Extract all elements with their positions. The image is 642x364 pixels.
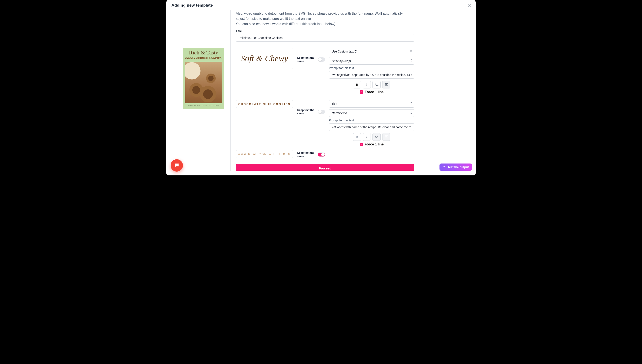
source-select-1[interactable]	[329, 100, 414, 108]
bold-button[interactable]: B	[353, 133, 361, 141]
intro-paragraph-1: Also, we're unable to detect font from t…	[236, 11, 410, 21]
source-select-0[interactable]	[329, 48, 414, 55]
align-button[interactable]	[382, 81, 390, 88]
close-icon	[468, 4, 471, 7]
keep-text-label: Keep text the same	[297, 151, 316, 158]
proceed-button[interactable]: Proceed	[236, 164, 414, 171]
font-select-1[interactable]	[329, 109, 414, 117]
case-button[interactable]: Aa	[372, 133, 381, 141]
chevron-updown-icon	[410, 102, 412, 106]
keep-text-toggle-1[interactable]	[318, 110, 325, 114]
modal-title: Adding new template	[172, 3, 470, 8]
force-line-label: Force 1 line	[365, 142, 384, 146]
case-button[interactable]: Aa	[372, 81, 381, 88]
template-preview: Rich & Tasty COCOA CRUNCH COOKIES WWW.RE…	[183, 48, 224, 109]
force-line-label: Force 1 line	[365, 90, 384, 94]
format-toolbar-1: B I Aa	[329, 133, 414, 141]
sample-preview-2: WWW.REALLYGREATSITE.COM	[236, 150, 293, 158]
modal-window: Adding new template Rich & Tasty COCOA C…	[166, 0, 476, 176]
keep-text-label: Keep text the same	[297, 108, 316, 115]
bold-button[interactable]: B	[353, 81, 361, 88]
format-toolbar-0: B I Aa	[329, 81, 414, 88]
prompt-label-0: Prompt for this text	[329, 66, 414, 70]
font-select-0[interactable]	[329, 57, 414, 65]
controls-1: Prompt for this text B I Aa ✓ F	[329, 100, 414, 146]
modal-header: Adding new template	[166, 0, 476, 10]
text-block-1: CHOCOLATE CHIP COOKIES Keep text the sam…	[236, 100, 414, 146]
preview-url: WWW.REALLYGREATSITE.COM	[183, 103, 224, 107]
italic-button[interactable]: I	[363, 81, 371, 88]
force-line-checkbox-1[interactable]: ✓	[360, 143, 363, 146]
italic-button[interactable]: I	[363, 133, 371, 141]
force-line-checkbox-0[interactable]: ✓	[360, 90, 363, 94]
keep-text-label: Keep text the same	[297, 56, 316, 63]
title-label: Title	[236, 29, 414, 33]
force-line-row-1: ✓ Force 1 line	[329, 142, 414, 146]
test-output-label: Test the output	[448, 166, 469, 169]
keep-text-group-2: Keep text the same	[297, 151, 325, 158]
sample-preview-0: Soft & Chewy	[236, 48, 293, 69]
chat-fab[interactable]	[171, 159, 183, 172]
keep-text-group-1: Keep text the same	[297, 108, 325, 115]
text-block-2: WWW.REALLYGREATSITE.COM Keep text the sa…	[236, 150, 414, 158]
preview-subtitle: COCOA CRUNCH COOKIES	[183, 57, 224, 60]
sparkle-icon	[442, 166, 446, 169]
align-center-icon	[385, 83, 388, 86]
text-block-0: Soft & Chewy Keep text the same	[236, 48, 414, 94]
intro-paragraph-2: You can also test how it works with diff…	[236, 22, 414, 26]
force-line-row-0: ✓ Force 1 line	[329, 90, 414, 94]
controls-0: Prompt for this text B I Aa ✓ F	[329, 48, 414, 94]
align-center-icon	[385, 136, 388, 138]
keep-text-group-0: Keep text the same	[297, 56, 325, 63]
keep-text-toggle-0[interactable]	[318, 58, 325, 62]
prompt-input-1[interactable]	[329, 123, 414, 131]
align-button[interactable]	[382, 133, 390, 141]
chat-icon	[174, 163, 180, 168]
sample-preview-1: CHOCOLATE CHIP COOKIES	[236, 100, 293, 108]
chevron-updown-icon	[410, 111, 412, 115]
preview-headline: Rich & Tasty	[183, 50, 224, 56]
keep-text-toggle-2[interactable]	[318, 152, 325, 157]
close-button[interactable]	[467, 4, 472, 8]
chevron-updown-icon	[410, 59, 412, 63]
test-output-button[interactable]: Test the output	[439, 164, 472, 171]
preview-image	[185, 62, 222, 103]
chevron-updown-icon	[410, 50, 412, 53]
left-panel: Rich & Tasty COCOA CRUNCH COOKIES WWW.RE…	[172, 10, 231, 171]
right-panel: Also, we're unable to detect font from t…	[236, 10, 476, 171]
prompt-input-0[interactable]	[329, 71, 414, 79]
title-input[interactable]	[236, 34, 414, 42]
prompt-label-1: Prompt for this text	[329, 119, 414, 122]
